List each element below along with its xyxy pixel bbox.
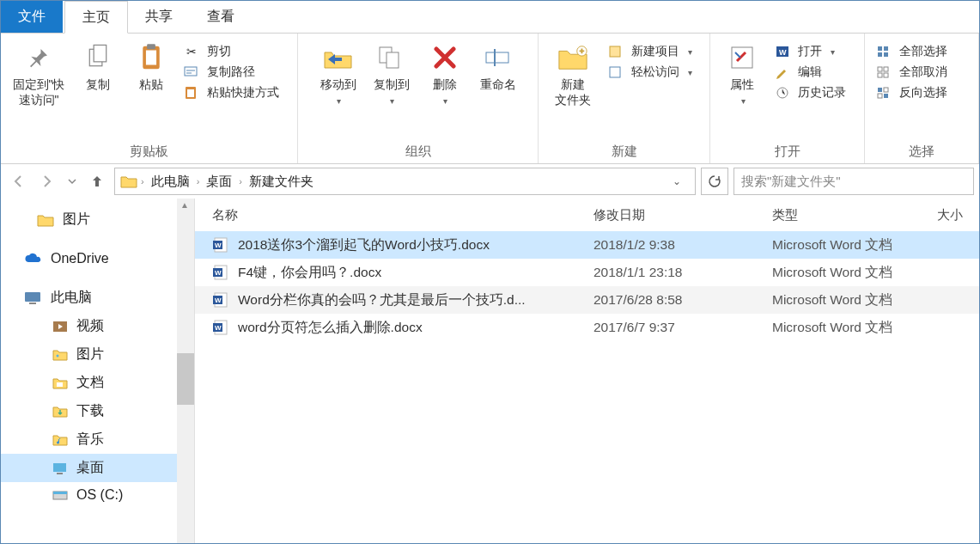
paste-icon bbox=[136, 42, 167, 73]
copyto-button[interactable]: 复制到▾ bbox=[367, 39, 417, 110]
svg-text:W: W bbox=[215, 324, 222, 332]
svg-rect-3 bbox=[146, 51, 156, 65]
col-size[interactable]: 大小 bbox=[937, 207, 979, 223]
main-area: 图片 OneDrive 此电脑 视频 图片 文档 下载 音乐 桌面 OS (C:… bbox=[1, 199, 979, 543]
rename-label: 重命名 bbox=[480, 76, 516, 92]
col-type[interactable]: 类型 bbox=[765, 207, 937, 223]
file-date: 2018/1/2 9:38 bbox=[593, 237, 765, 253]
properties-button[interactable]: 属性▾ bbox=[717, 39, 767, 110]
refresh-button[interactable] bbox=[701, 168, 728, 195]
svg-rect-7 bbox=[187, 89, 194, 97]
tree-osc[interactable]: OS (C:) bbox=[1, 482, 194, 508]
group-select-label: 选择 bbox=[872, 140, 971, 162]
svg-rect-28 bbox=[878, 94, 882, 98]
delete-label: 删除 bbox=[433, 76, 457, 92]
folder-icon bbox=[120, 174, 137, 189]
file-row[interactable]: WF4键，你会用吗？.docx2018/1/1 23:18Microsoft W… bbox=[195, 259, 979, 286]
selectnone-icon bbox=[875, 64, 892, 80]
tree-docs[interactable]: 文档 bbox=[1, 369, 194, 397]
pin-label: 固定到"快 速访问" bbox=[13, 76, 65, 107]
up-button[interactable] bbox=[85, 169, 109, 193]
invert-label: 反向选择 bbox=[899, 85, 947, 101]
col-name[interactable]: 名称 bbox=[205, 207, 593, 223]
invertselect-button[interactable]: 反向选择 bbox=[872, 83, 951, 102]
file-date: 2018/1/1 23:18 bbox=[593, 265, 765, 280]
file-row[interactable]: Wword分页符怎么插入删除.docx2017/6/7 9:37Microsof… bbox=[195, 314, 979, 341]
tree-music[interactable]: 音乐 bbox=[1, 425, 194, 454]
col-date[interactable]: 修改日期 bbox=[593, 207, 765, 223]
pasteshortcut-button[interactable]: 粘贴快捷方式 bbox=[180, 83, 283, 102]
svg-rect-35 bbox=[53, 463, 66, 472]
easyaccess-label: 轻松访问 bbox=[631, 64, 679, 80]
open-button[interactable]: W打开▾ bbox=[770, 42, 849, 61]
svg-rect-20 bbox=[878, 52, 882, 57]
tree-onedrive[interactable]: OneDrive bbox=[1, 246, 194, 272]
newitem-icon bbox=[607, 44, 624, 59]
newitem-button[interactable]: 新建项目▾ bbox=[604, 42, 696, 61]
history-button[interactable]: 历史记录 bbox=[770, 83, 849, 102]
column-headers: 名称 修改日期 类型 大小 bbox=[195, 199, 979, 231]
crumb-desktop[interactable]: 桌面 bbox=[203, 172, 235, 192]
newitem-label: 新建项目 bbox=[631, 44, 679, 59]
copy-button[interactable]: 复制 bbox=[73, 39, 123, 95]
word-doc-icon: W bbox=[212, 236, 229, 254]
paste-button[interactable]: 粘贴 bbox=[126, 39, 176, 95]
delete-button[interactable]: 删除▾ bbox=[420, 39, 470, 110]
chevron-right-icon[interactable]: › bbox=[237, 176, 244, 186]
selectnone-button[interactable]: 全部取消 bbox=[872, 63, 951, 82]
crumb-folder[interactable]: 新建文件夹 bbox=[246, 172, 317, 192]
address-bar[interactable]: › 此电脑 › 桌面 › 新建文件夹 ⌄ bbox=[114, 168, 696, 195]
tab-home[interactable]: 主页 bbox=[64, 1, 128, 34]
menu-tabs: 文件 主页 共享 查看 bbox=[1, 1, 979, 34]
newfolder-button[interactable]: 新建 文件夹 bbox=[545, 39, 600, 111]
tab-file[interactable]: 文件 bbox=[1, 1, 63, 33]
group-organize: 移动到▾ 复制到▾ 删除▾ 重命名 组织 bbox=[298, 34, 539, 163]
copypath-button[interactable]: 复制路径 bbox=[180, 63, 283, 82]
tree-thispc[interactable]: 此电脑 bbox=[1, 284, 194, 312]
file-date: 2017/6/7 9:37 bbox=[593, 320, 765, 335]
tree-downloads[interactable]: 下载 bbox=[1, 397, 194, 425]
group-open-label: 打开 bbox=[717, 140, 857, 162]
tree-videos[interactable]: 视频 bbox=[1, 312, 194, 340]
search-input[interactable]: 搜索"新建文件夹" bbox=[733, 168, 974, 195]
address-dropdown[interactable]: ⌄ bbox=[673, 175, 681, 187]
file-name: 2018送你3个溜到起飞的Word小技巧.docx bbox=[238, 236, 490, 254]
file-row[interactable]: W2018送你3个溜到起飞的Word小技巧.docx2018/1/2 9:38M… bbox=[195, 231, 979, 259]
cut-button[interactable]: ✂剪切 bbox=[180, 42, 283, 61]
group-open: 属性▾ W打开▾ 编辑 历史记录 打开 bbox=[710, 34, 865, 163]
selectall-icon bbox=[875, 44, 892, 59]
file-name: word分页符怎么插入删除.docx bbox=[238, 319, 423, 337]
group-new: 新建 文件夹 新建项目▾ 轻松访问▾ 新建 bbox=[539, 34, 710, 163]
forward-button[interactable] bbox=[35, 169, 59, 193]
tab-view[interactable]: 查看 bbox=[190, 1, 252, 33]
pin-quickaccess-button[interactable]: 固定到"快 速访问" bbox=[8, 39, 70, 111]
chevron-right-icon[interactable]: › bbox=[139, 176, 146, 186]
svg-rect-34 bbox=[57, 382, 63, 387]
word-doc-icon: W bbox=[212, 291, 229, 309]
chevron-right-icon[interactable]: › bbox=[195, 176, 202, 186]
file-name: F4键，你会用吗？.docx bbox=[238, 264, 381, 282]
rename-icon bbox=[483, 42, 514, 73]
moveto-button[interactable]: 移动到▾ bbox=[313, 39, 363, 110]
selectall-button[interactable]: 全部选择 bbox=[872, 42, 951, 61]
svg-rect-27 bbox=[884, 88, 888, 92]
tree-desktop[interactable]: 桌面 bbox=[1, 454, 194, 482]
file-type: Microsoft Word 文档 bbox=[765, 236, 937, 254]
svg-rect-25 bbox=[884, 73, 888, 77]
file-row[interactable]: WWord分栏你真的会吗？尤其是最后一个技巧.d...2017/6/28 8:5… bbox=[195, 286, 979, 314]
easyaccess-button[interactable]: 轻松访问▾ bbox=[604, 63, 696, 82]
crumb-thispc[interactable]: 此电脑 bbox=[148, 172, 193, 192]
back-button[interactable] bbox=[6, 169, 30, 193]
svg-rect-22 bbox=[878, 67, 882, 71]
newfolder-label: 新建 文件夹 bbox=[555, 76, 591, 107]
tree-pictures2[interactable]: 图片 bbox=[1, 340, 194, 369]
tab-share[interactable]: 共享 bbox=[128, 1, 190, 33]
tree-scrollbar[interactable] bbox=[177, 199, 194, 543]
recent-dropdown[interactable] bbox=[64, 169, 80, 193]
rename-button[interactable]: 重命名 bbox=[473, 39, 523, 95]
svg-rect-13 bbox=[610, 67, 620, 77]
edit-button[interactable]: 编辑 bbox=[770, 63, 849, 82]
tree-pictures[interactable]: 图片 bbox=[1, 205, 194, 234]
svg-rect-24 bbox=[878, 73, 882, 77]
invert-icon bbox=[875, 85, 892, 101]
